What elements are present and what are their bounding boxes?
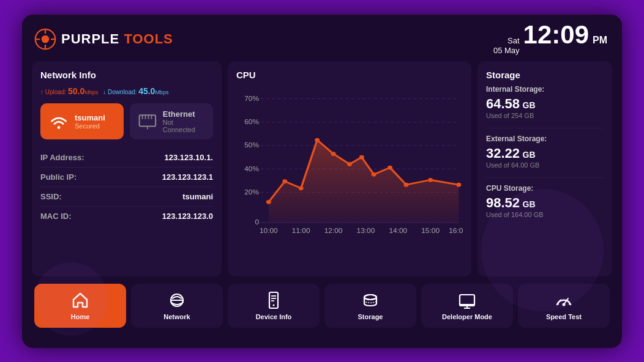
svg-text:11:00: 11:00 [292,227,310,234]
cpu-title: CPU [236,70,463,80]
bg-decoration-1 [481,189,604,311]
svg-point-39 [359,155,364,160]
wifi-icon [49,112,69,131]
svg-rect-7 [140,115,155,126]
nav-network-label: Network [163,313,190,320]
ssid-label: SSID: [40,192,62,201]
mac-value: 123.123.123.0 [162,212,213,221]
day: Sat [507,36,520,46]
time-display: 12:09 [523,22,589,48]
svg-text:15:00: 15:00 [421,227,440,234]
svg-text:60%: 60% [244,119,259,125]
date-area: Sat 05 May [493,36,520,57]
datetime-area: Sat 05 May 12:09 PM [493,22,607,57]
svg-point-1 [42,35,50,43]
wifi-info: tsumani Secured [75,113,105,130]
svg-point-38 [347,162,352,166]
public-ip-row: Public IP: 123.123.123.1 [40,168,213,187]
network-header: Network Info ↑ Upload: 50.0Mbps ↓ Downlo… [40,70,213,96]
ampm-display: PM [593,35,607,46]
svg-text:13:00: 13:00 [357,227,375,234]
network-panel: Network Info ↑ Upload: 50.0Mbps ↓ Downlo… [32,61,222,276]
ip-row: IP Address: 123.123.10.1. [40,148,213,168]
svg-text:12:00: 12:00 [324,227,343,234]
svg-text:70%: 70% [244,95,259,102]
logo-purple: PURPLE [61,31,119,46]
logo-text: PURPLE TOOLS [61,31,173,47]
network-title: Network Info [40,70,96,80]
svg-point-36 [315,138,320,142]
internal-storage-item: Internal Storage: 64.58 GB Used of 254 G… [486,85,604,119]
public-ip-value: 123.123.123.1 [162,172,213,182]
storage-divider-1 [486,128,604,128]
device-info-icon [264,291,283,309]
date: 05 May [493,46,520,56]
ethernet-status: Not Connected [163,119,204,133]
svg-point-42 [404,183,409,187]
header: PURPLE TOOLS Sat 05 May 12:09 PM [22,15,622,62]
info-table: IP Address: 123.123.10.1. Public IP: 123… [40,148,213,226]
cpu-chart-svg: 70% 60% 50% 40% 20% 0 10:00 11:00 12:00 … [236,85,463,250]
developer-icon [458,291,476,309]
internal-storage-label: Internal Storage: [486,85,604,94]
ssid-value: tsumani [182,192,213,201]
cpu-chart: 70% 60% 50% 40% 20% 0 10:00 11:00 12:00 … [236,85,463,250]
svg-text:20%: 20% [244,189,259,196]
svg-point-41 [388,166,392,170]
mac-label: MAC ID: [40,212,72,221]
upload-speed: ↑ Upload: 50.0Mbps [40,86,98,96]
bg-decoration-2 [34,262,108,336]
svg-point-40 [372,172,376,177]
svg-text:40%: 40% [244,166,259,172]
public-ip-label: Public IP: [40,172,77,182]
svg-point-44 [456,183,461,187]
logo-orange: TOOLS [124,31,173,46]
speed-info: ↑ Upload: 50.0Mbps ↓ Download: 45.0Mbps [40,86,168,96]
svg-point-51 [273,305,275,306]
cpu-panel: CPU 70% 60% 50% 40% 20% 0 [228,61,471,276]
ethernet-card[interactable]: Ethernet Not Connected [130,103,213,139]
logo-icon [34,28,56,50]
storage-divider-2 [486,177,604,178]
internal-storage-size: 64.58 GB Used of 254 GB [486,96,604,119]
svg-point-35 [299,187,304,191]
svg-point-6 [58,126,60,128]
svg-point-53 [364,295,376,300]
wifi-card[interactable]: tsumani Secured [40,103,124,139]
storage-icon [361,291,380,309]
nav-storage[interactable]: Storage [324,284,416,328]
nav-speed-test-label: Speed Test [546,313,582,320]
svg-text:10:00: 10:00 [260,227,278,234]
ethernet-name: Ethernet [163,109,204,119]
svg-point-34 [282,179,287,183]
ip-label: IP Address: [40,153,84,162]
svg-text:50%: 50% [244,142,259,149]
nav-network[interactable]: Network [131,284,223,328]
storage-title: Storage [486,70,604,80]
wifi-status: Secured [75,122,105,130]
download-speed: ↓ Download: 45.0Mbps [103,86,168,96]
nav-device-info-label: Device Info [256,313,292,320]
svg-text:16:00: 16:00 [449,227,463,234]
ethernet-info: Ethernet Not Connected [163,109,204,133]
network-icon [168,291,186,309]
external-storage-label: External Storage: [486,135,604,143]
internal-storage-used: Used of 254 GB [486,112,604,119]
network-cards: tsumani Secured Ethernet [40,103,213,139]
external-storage-item: External Storage: 32.22 GB Used of 64.00… [486,135,604,169]
ethernet-icon [138,114,157,130]
external-storage-used: Used of 64.00 GB [486,161,604,169]
svg-point-43 [428,178,433,182]
mac-row: MAC ID: 123.123.123.0 [40,207,213,226]
wifi-name: tsumani [75,113,105,122]
external-storage-size: 32.22 GB Used of 64.00 GB [486,146,604,169]
ip-value: 123.123.10.1. [164,153,213,162]
svg-text:14:00: 14:00 [389,227,407,234]
svg-point-37 [331,152,336,156]
nav-developer-label: Deleloper Mode [442,313,492,320]
nav-storage-label: Storage [358,313,383,320]
logo-area: PURPLE TOOLS [34,28,173,50]
svg-text:0: 0 [255,219,259,226]
ssid-row: SSID: tsumani [40,187,213,207]
nav-device-info[interactable]: Device Info [228,284,320,328]
